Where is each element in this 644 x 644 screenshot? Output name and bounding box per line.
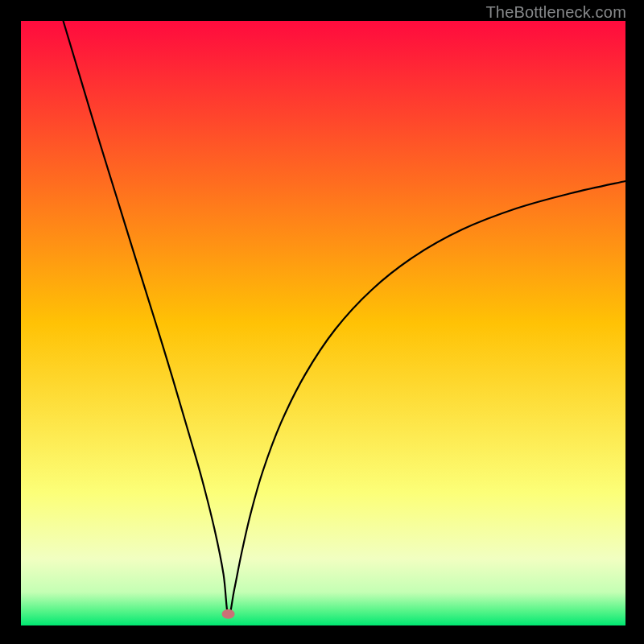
plot-background — [21, 21, 625, 625]
watermark-label: TheBottleneck.com — [485, 3, 626, 22]
optimum-marker — [222, 609, 235, 619]
chart-canvas — [0, 0, 644, 644]
